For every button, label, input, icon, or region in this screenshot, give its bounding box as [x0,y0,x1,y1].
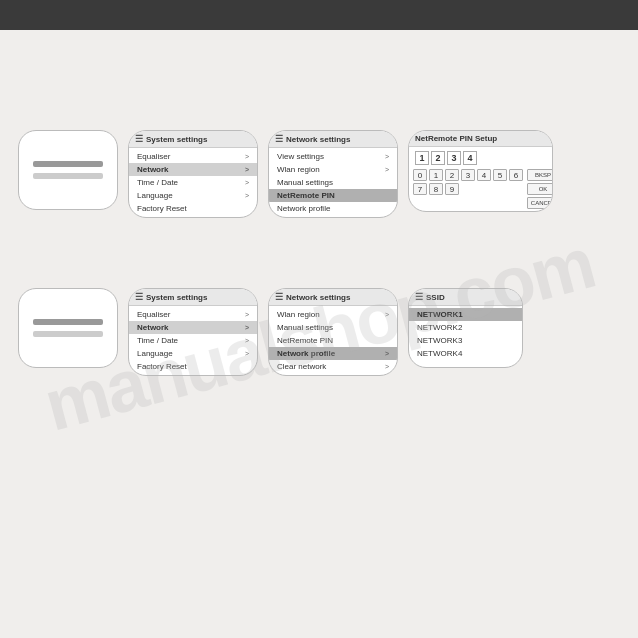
network-settings-screen-bottom: ☰ Network settings Wlan region > Manual … [268,288,398,376]
pin-row-2: 7 8 9 [413,183,523,195]
menu-manual-settings-bottom[interactable]: Manual settings [269,321,397,334]
ssid-item-3[interactable]: NETWORK3 [409,334,522,347]
menu-language-bottom[interactable]: Language > [129,347,257,360]
pin-digit-3[interactable]: 3 [447,151,461,165]
menu-timedate-top[interactable]: Time / Date > [129,176,257,189]
pin-keypad-area: 0 1 2 3 4 5 6 7 8 9 BKSP [409,167,552,211]
pin-numbers: 0 1 2 3 4 5 6 7 8 9 [413,169,523,209]
pin-actions: BKSP OK CANCEL [527,169,553,209]
system-settings-screen-bottom: ☰ System settings Equaliser > Network > … [128,288,258,376]
system-settings-header-bottom: ☰ System settings [129,289,257,306]
menu-wlan-region-bottom[interactable]: Wlan region > [269,308,397,321]
device-bar-1 [33,161,103,167]
device-screen-1 [18,130,118,210]
bottom-row: ☰ System settings Equaliser > Network > … [0,268,638,396]
menu-language-top[interactable]: Language > [129,189,257,202]
pin-key-5[interactable]: 5 [493,169,507,181]
menu-factory-reset-bottom[interactable]: Factory Reset [129,360,257,373]
main-area: manualshop.com ☰ System settings Equalis… [0,30,638,638]
pin-key-6[interactable]: 6 [509,169,523,181]
pin-setup-title: NetRemote PIN Setup [415,134,497,143]
network-menu-list-top: View settings > Wlan region > Manual set… [269,148,397,217]
pin-key-0[interactable]: 0 [413,169,427,181]
ssid-header: ☰ SSID [409,289,522,306]
menu-wlan-region-top[interactable]: Wlan region > [269,163,397,176]
pin-key-8[interactable]: 8 [429,183,443,195]
menu-netremote-pin-bottom[interactable]: NetRemote PIN [269,334,397,347]
ssid-list: NETWORK1 NETWORK2 NETWORK3 NETWORK4 [409,306,522,362]
menu-icon-4: ☰ [275,292,283,302]
pin-bksp-button[interactable]: BKSP [527,169,553,181]
menu-icon-3: ☰ [135,292,143,302]
network-settings-header-top: ☰ Network settings [269,131,397,148]
pin-digit-1[interactable]: 1 [415,151,429,165]
pin-setup-screen: NetRemote PIN Setup 1 2 3 4 0 1 2 3 4 5 [408,130,553,212]
top-row: ☰ System settings Equaliser > Network > … [0,110,638,238]
menu-factory-reset-top[interactable]: Factory Reset [129,202,257,215]
device-bar-2 [33,173,103,179]
pin-key-3[interactable]: 3 [461,169,475,181]
ssid-title: SSID [426,293,445,302]
menu-icon-5: ☰ [415,292,423,302]
system-settings-header-top: ☰ System settings [129,131,257,148]
menu-view-settings[interactable]: View settings > [269,150,397,163]
system-settings-title-top: System settings [146,135,207,144]
system-menu-list-bottom: Equaliser > Network > Time / Date > Lang… [129,306,257,375]
pin-key-2[interactable]: 2 [445,169,459,181]
network-settings-title-bottom: Network settings [286,293,350,302]
menu-network-profile-bottom[interactable]: Network profile > [269,347,397,360]
menu-icon-1: ☰ [135,134,143,144]
pin-ok-button[interactable]: OK [527,183,553,195]
ssid-item-2[interactable]: NETWORK2 [409,321,522,334]
network-settings-title-top: Network settings [286,135,350,144]
menu-equaliser-bottom[interactable]: Equaliser > [129,308,257,321]
device-screen-2 [18,288,118,368]
pin-key-7[interactable]: 7 [413,183,427,195]
menu-network-bottom[interactable]: Network > [129,321,257,334]
system-settings-screen-top: ☰ System settings Equaliser > Network > … [128,130,258,218]
pin-row-1: 0 1 2 3 4 5 6 [413,169,523,181]
menu-icon-2: ☰ [275,134,283,144]
menu-manual-settings-top[interactable]: Manual settings [269,176,397,189]
system-menu-list-top: Equaliser > Network > Time / Date > Lang… [129,148,257,217]
menu-clear-network[interactable]: Clear network > [269,360,397,373]
menu-network-profile-top[interactable]: Network profile [269,202,397,215]
ssid-item-1[interactable]: NETWORK1 [409,308,522,321]
pin-digit-2[interactable]: 2 [431,151,445,165]
pin-input-row: 1 2 3 4 [409,147,552,167]
network-settings-screen-top: ☰ Network settings View settings > Wlan … [268,130,398,218]
ssid-screen: ☰ SSID NETWORK1 NETWORK2 NETWORK3 NETWOR… [408,288,523,368]
network-menu-list-bottom: Wlan region > Manual settings NetRemote … [269,306,397,375]
pin-setup-header: NetRemote PIN Setup [409,131,552,147]
pin-key-1[interactable]: 1 [429,169,443,181]
pin-key-4[interactable]: 4 [477,169,491,181]
menu-netremote-pin-top[interactable]: NetRemote PIN [269,189,397,202]
pin-digit-4[interactable]: 4 [463,151,477,165]
menu-timedate-bottom[interactable]: Time / Date > [129,334,257,347]
ssid-item-4[interactable]: NETWORK4 [409,347,522,360]
device-bar-3 [33,319,103,325]
device-bar-4 [33,331,103,337]
network-settings-header-bottom: ☰ Network settings [269,289,397,306]
system-settings-title-bottom: System settings [146,293,207,302]
menu-network-top[interactable]: Network > [129,163,257,176]
menu-equaliser-top[interactable]: Equaliser > [129,150,257,163]
pin-key-9[interactable]: 9 [445,183,459,195]
pin-cancel-button[interactable]: CANCEL [527,197,553,209]
